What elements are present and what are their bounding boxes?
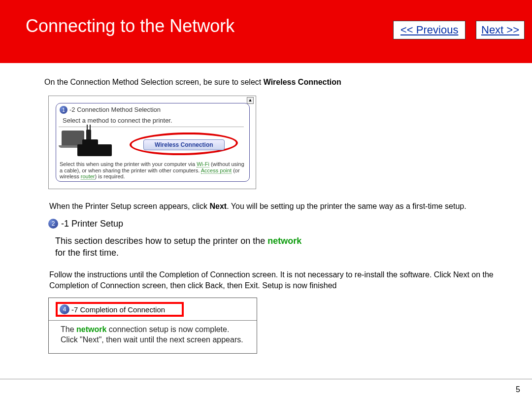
printer-setup-header: 2 -1 Printer Setup	[48, 219, 506, 229]
printer-setup-body: This section describes how to setup the …	[55, 235, 506, 259]
scroll-up-icon: ▲	[247, 97, 254, 104]
step-4-badge-icon: 4	[60, 304, 69, 314]
completion-body: The network connection setup is now comp…	[49, 321, 257, 345]
access-point-term: Access point	[201, 167, 232, 174]
highlight-rect-icon: 4 -7 Completion of Connection	[56, 302, 184, 317]
printer-icon	[77, 144, 112, 156]
step-4-title: -7 Completion of Connection	[71, 305, 165, 314]
printer-setup-screenshot: 2 -1 Printer Setup This section describe…	[48, 219, 506, 259]
step-2-badge-icon: 2	[48, 219, 58, 229]
next-link[interactable]: Next >>	[476, 21, 525, 39]
previous-link[interactable]: << Previous	[393, 21, 466, 39]
content-area: On the Connection Method Selection scree…	[0, 63, 532, 354]
shot3-b1a: The	[61, 325, 76, 333]
step-1-description: Select this when using the printer with …	[60, 161, 247, 180]
laptop-icon	[62, 131, 84, 145]
completion-instruction: Follow the instructions until the Comple…	[49, 269, 503, 291]
para2-p1: When the Printer Setup screen appears, c…	[49, 202, 210, 210]
desc-p4: ) is required.	[95, 173, 125, 179]
ps-body1: This section describes how to setup the …	[55, 236, 267, 246]
header-bar: Connecting to the Network << Previous Ne…	[0, 0, 532, 63]
ps-body2: for the first time.	[55, 248, 119, 258]
shot3-b2: Click "Next", then wait until the next s…	[61, 335, 243, 344]
para2-bold: Next	[210, 202, 227, 210]
wifi-term: Wi-Fi	[197, 161, 209, 167]
ps-green: network	[267, 236, 301, 246]
para2-p2: . You will be setting up the printer the…	[227, 202, 466, 210]
step-1-subtitle: Select a method to connect the printer.	[63, 117, 172, 124]
completion-header-row: 4 -7 Completion of Connection	[49, 298, 257, 321]
page-title: Connecting to the Network	[26, 16, 234, 36]
wireless-connection-label: Wireless Connection	[143, 139, 225, 150]
wireless-connection-button[interactable]: Wireless Connection	[143, 139, 225, 150]
page-number: 5	[516, 385, 520, 394]
devices-icon	[60, 130, 117, 157]
intro-bold: Wireless Connection	[264, 78, 341, 86]
intro-prefix: On the Connection Method Selection scree…	[44, 78, 264, 86]
completion-screenshot: 4 -7 Completion of Connection The networ…	[48, 298, 257, 354]
footer-divider	[0, 379, 532, 379]
printer-setup-instruction: When the Printer Setup screen appears, c…	[49, 201, 503, 212]
shot3-green: network	[76, 325, 106, 333]
intro-text: On the Connection Method Selection scree…	[44, 78, 506, 87]
step-1-title: -2 Connection Method Selection	[69, 106, 161, 113]
step-2-title: -1 Printer Setup	[61, 219, 123, 229]
shot3-b1b: connection setup is now complete.	[106, 325, 229, 333]
router-term: router	[81, 173, 95, 180]
step-1-badge-icon: 1	[60, 106, 67, 114]
connection-method-screenshot: ▲ 1 -2 Connection Method Selection Selec…	[48, 96, 256, 189]
desc-p1: Select this when using the printer with …	[60, 161, 197, 167]
